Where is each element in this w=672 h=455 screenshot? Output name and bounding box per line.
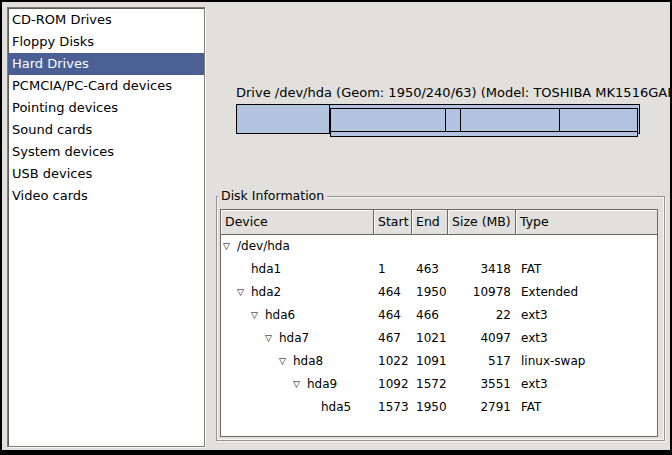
- cell-end: 1950: [412, 396, 448, 419]
- cell-start: 467: [374, 327, 412, 350]
- drive-title: Drive /dev/hda (Geom: 1950/240/63) (Mode…: [236, 85, 640, 100]
- partition-segment-hda2: [330, 108, 638, 137]
- partition-segment-hda9: [461, 109, 560, 132]
- cell-device: ▽hda8: [221, 350, 374, 373]
- cell-end: [412, 235, 448, 258]
- cell-end: 1091: [412, 350, 448, 373]
- cell-end: 466: [412, 304, 448, 327]
- sidebar-item-cd-rom-drives[interactable]: CD-ROM Drives: [8, 9, 204, 31]
- disk-information-table: DeviceStartEndSize (MB)Type ▽/dev/hdahda…: [220, 209, 658, 437]
- column-header-size-mb[interactable]: Size (MB): [448, 210, 516, 234]
- cell-start: 464: [374, 304, 412, 327]
- cell-start: 1: [374, 258, 412, 281]
- expander-icon[interactable]: ▽: [279, 350, 293, 373]
- expander-icon[interactable]: ▽: [237, 281, 251, 304]
- disk-information-label: Disk Information: [218, 188, 327, 204]
- sidebar-item-pointing-devices[interactable]: Pointing devices: [8, 97, 204, 119]
- column-header-end[interactable]: End: [412, 210, 448, 234]
- sidebar-item-sound-cards[interactable]: Sound cards: [8, 119, 204, 141]
- table-row-hda7[interactable]: ▽hda746710214097ext3: [221, 327, 657, 350]
- hardware-browser-window: { "colors": { "window_bg": "#e2e0dc", "s…: [0, 0, 672, 455]
- cell-device: ▽/dev/hda: [221, 235, 374, 258]
- column-header-start[interactable]: Start: [374, 210, 412, 234]
- cell-end: 463: [412, 258, 448, 281]
- sidebar-item-usb-devices[interactable]: USB devices: [8, 163, 204, 185]
- column-header-device[interactable]: Device: [221, 210, 374, 234]
- partition-segment-hda5: [560, 109, 637, 132]
- cell-size: 2791: [448, 396, 516, 419]
- sidebar-item-pcmcia-pc-card-devices[interactable]: PCMCIA/PC-Card devices: [8, 75, 204, 97]
- partition-segment-hda1: [237, 105, 330, 133]
- table-header-row: DeviceStartEndSize (MB)Type: [221, 210, 657, 235]
- cell-end: 1950: [412, 281, 448, 304]
- cell-device: hda5: [221, 396, 374, 419]
- cell-device: hda1: [221, 258, 374, 281]
- cell-device: ▽hda7: [221, 327, 374, 350]
- sidebar-item-hard-drives[interactable]: Hard Drives: [8, 53, 204, 75]
- cell-type: ext3: [516, 327, 657, 350]
- cell-size: 22: [448, 304, 516, 327]
- cell-start: 1092: [374, 373, 412, 396]
- table-row-hda9[interactable]: ▽hda9109215723551ext3: [221, 373, 657, 396]
- cell-size: [448, 235, 516, 258]
- table-row-hda5[interactable]: hda5157319502791FAT: [221, 396, 657, 419]
- expander-icon[interactable]: ▽: [265, 327, 279, 350]
- cell-start: 464: [374, 281, 412, 304]
- table-row-dev-hda[interactable]: ▽/dev/hda: [221, 235, 657, 258]
- cell-type: FAT: [516, 396, 657, 419]
- expander-icon[interactable]: ▽: [293, 373, 307, 396]
- cell-size: 517: [448, 350, 516, 373]
- sidebar-item-floppy-disks[interactable]: Floppy Disks: [8, 31, 204, 53]
- cell-size: 3551: [448, 373, 516, 396]
- cell-type: linux-swap: [516, 350, 657, 373]
- table-row-hda2[interactable]: ▽hda2464195010978Extended: [221, 281, 657, 304]
- cell-start: 1022: [374, 350, 412, 373]
- cell-end: 1572: [412, 373, 448, 396]
- cell-end: 1021: [412, 327, 448, 350]
- table-body: ▽/dev/hdahda114633418FAT▽hda246419501097…: [221, 235, 657, 419]
- device-category-list[interactable]: CD-ROM DrivesFloppy DisksHard DrivesPCMC…: [7, 7, 205, 447]
- cell-size: 10978: [448, 281, 516, 304]
- sidebar-item-system-devices[interactable]: System devices: [8, 141, 204, 163]
- cell-start: [374, 235, 412, 258]
- cell-type: [516, 235, 657, 258]
- cell-type: ext3: [516, 304, 657, 327]
- cell-device: ▽hda2: [221, 281, 374, 304]
- cell-type: Extended: [516, 281, 657, 304]
- table-row-hda8[interactable]: ▽hda810221091517linux-swap: [221, 350, 657, 373]
- table-row-hda6[interactable]: ▽hda646446622ext3: [221, 304, 657, 327]
- cell-size: 3418: [448, 258, 516, 281]
- expander-icon[interactable]: ▽: [251, 304, 265, 327]
- cell-type: FAT: [516, 258, 657, 281]
- partition-segment-hda8: [446, 109, 461, 132]
- cell-device: ▽hda9: [221, 373, 374, 396]
- table-row-hda1[interactable]: hda114633418FAT: [221, 258, 657, 281]
- cell-device: ▽hda6: [221, 304, 374, 327]
- sidebar-item-video-cards[interactable]: Video cards: [8, 185, 204, 207]
- partition-segment-hda7: [331, 109, 446, 132]
- cell-start: 1573: [374, 396, 412, 419]
- expander-icon[interactable]: ▽: [223, 235, 237, 258]
- column-header-type[interactable]: Type: [516, 210, 657, 234]
- cell-type: ext3: [516, 373, 657, 396]
- cell-size: 4097: [448, 327, 516, 350]
